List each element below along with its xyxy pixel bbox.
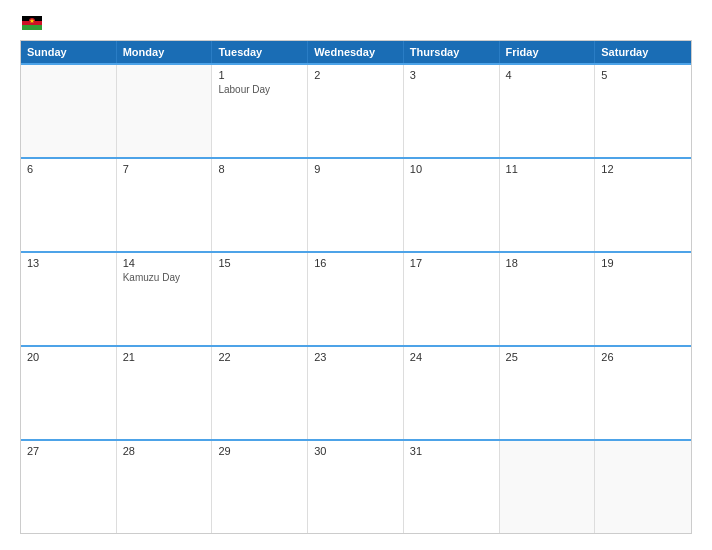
day-number: 22	[218, 351, 301, 363]
table-row: 28	[117, 441, 213, 533]
day-number: 13	[27, 257, 110, 269]
day-number: 17	[410, 257, 493, 269]
cal-header-monday: Monday	[117, 41, 213, 63]
table-row: 11	[500, 159, 596, 251]
table-row: 6	[21, 159, 117, 251]
day-number: 2	[314, 69, 397, 81]
cal-header-tuesday: Tuesday	[212, 41, 308, 63]
table-row: 16	[308, 253, 404, 345]
day-number: 3	[410, 69, 493, 81]
day-number: 29	[218, 445, 301, 457]
table-row: 21	[117, 347, 213, 439]
day-number: 23	[314, 351, 397, 363]
day-number: 1	[218, 69, 301, 81]
day-number: 20	[27, 351, 110, 363]
calendar-week-5: 2728293031	[21, 439, 691, 533]
table-row: 25	[500, 347, 596, 439]
table-row: 8	[212, 159, 308, 251]
day-number: 7	[123, 163, 206, 175]
table-row: 23	[308, 347, 404, 439]
day-number: 5	[601, 69, 685, 81]
table-row: 5	[595, 65, 691, 157]
cal-header-sunday: Sunday	[21, 41, 117, 63]
day-number: 26	[601, 351, 685, 363]
table-row: 30	[308, 441, 404, 533]
table-row: 9	[308, 159, 404, 251]
table-row: 17	[404, 253, 500, 345]
day-number: 16	[314, 257, 397, 269]
calendar-week-1: 1Labour Day2345	[21, 63, 691, 157]
table-row	[117, 65, 213, 157]
logo	[20, 16, 42, 30]
table-row: 15	[212, 253, 308, 345]
calendar-week-3: 1314Kamuzu Day1516171819	[21, 251, 691, 345]
day-number: 30	[314, 445, 397, 457]
table-row: 1Labour Day	[212, 65, 308, 157]
svg-rect-2	[22, 25, 42, 30]
table-row: 20	[21, 347, 117, 439]
cal-header-thursday: Thursday	[404, 41, 500, 63]
day-number: 25	[506, 351, 589, 363]
day-number: 28	[123, 445, 206, 457]
table-row: 4	[500, 65, 596, 157]
header	[20, 16, 692, 30]
day-number: 6	[27, 163, 110, 175]
day-number: 8	[218, 163, 301, 175]
holiday-label: Labour Day	[218, 83, 301, 96]
day-number: 11	[506, 163, 589, 175]
day-number: 24	[410, 351, 493, 363]
table-row: 14Kamuzu Day	[117, 253, 213, 345]
table-row: 24	[404, 347, 500, 439]
table-row: 22	[212, 347, 308, 439]
table-row: 31	[404, 441, 500, 533]
table-row: 29	[212, 441, 308, 533]
day-number: 12	[601, 163, 685, 175]
cal-header-friday: Friday	[500, 41, 596, 63]
day-number: 9	[314, 163, 397, 175]
day-number: 21	[123, 351, 206, 363]
table-row	[500, 441, 596, 533]
logo-flag-icon	[22, 16, 42, 30]
day-number: 15	[218, 257, 301, 269]
table-row: 26	[595, 347, 691, 439]
table-row: 13	[21, 253, 117, 345]
day-number: 4	[506, 69, 589, 81]
calendar-week-4: 20212223242526	[21, 345, 691, 439]
day-number: 14	[123, 257, 206, 269]
cal-header-wednesday: Wednesday	[308, 41, 404, 63]
table-row: 10	[404, 159, 500, 251]
table-row: 2	[308, 65, 404, 157]
table-row	[595, 441, 691, 533]
calendar-header-row: SundayMondayTuesdayWednesdayThursdayFrid…	[21, 41, 691, 63]
day-number: 31	[410, 445, 493, 457]
table-row: 3	[404, 65, 500, 157]
calendar: SundayMondayTuesdayWednesdayThursdayFrid…	[20, 40, 692, 534]
table-row: 18	[500, 253, 596, 345]
table-row: 27	[21, 441, 117, 533]
day-number: 19	[601, 257, 685, 269]
page: SundayMondayTuesdayWednesdayThursdayFrid…	[0, 0, 712, 550]
calendar-body: 1Labour Day234567891011121314Kamuzu Day1…	[21, 63, 691, 533]
calendar-week-2: 6789101112	[21, 157, 691, 251]
holiday-label: Kamuzu Day	[123, 271, 206, 284]
day-number: 10	[410, 163, 493, 175]
table-row: 7	[117, 159, 213, 251]
day-number: 18	[506, 257, 589, 269]
cal-header-saturday: Saturday	[595, 41, 691, 63]
table-row	[21, 65, 117, 157]
table-row: 19	[595, 253, 691, 345]
day-number: 27	[27, 445, 110, 457]
table-row: 12	[595, 159, 691, 251]
